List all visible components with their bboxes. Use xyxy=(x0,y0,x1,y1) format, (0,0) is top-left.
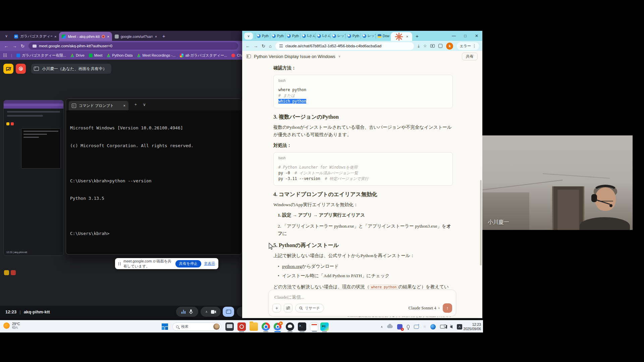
teams-notification-icon[interactable] xyxy=(397,324,402,329)
start-button[interactable] xyxy=(162,323,168,330)
tab-l-san-1[interactable]: Lさん xyxy=(300,33,315,39)
send-button[interactable]: ↑ xyxy=(443,303,452,313)
mic-control[interactable] xyxy=(176,307,198,317)
overlay-close-icon[interactable]: × xyxy=(423,324,426,329)
python-org-link[interactable]: python.org xyxy=(282,264,302,269)
research-button[interactable]: リサーチ xyxy=(295,304,324,312)
new-terminal-tab-icon[interactable]: + xyxy=(135,102,137,107)
phone-link-icon[interactable] xyxy=(440,325,445,328)
terminal-dropdown-icon[interactable]: ∨ xyxy=(143,102,146,107)
error-menu-pill[interactable]: エラー ⋮ xyxy=(457,42,479,50)
recording-badge[interactable] xyxy=(16,64,26,74)
model-selector[interactable]: Claude Sonnet 4 ∨ xyxy=(409,306,440,311)
tab-python-2[interactable]: Pyth xyxy=(270,33,285,39)
reply-composer[interactable]: Claudeに返信... + リサーチ Claude Sonnet 4 ∨ ↑ xyxy=(268,290,456,316)
extensions-icon[interactable] xyxy=(438,44,442,48)
browser-sphere-icon[interactable] xyxy=(430,324,436,329)
taskbar-app-terminal[interactable] xyxy=(298,322,306,331)
shared-screen-preview[interactable]: 12:23 | akq-pihm-ktt xyxy=(3,100,64,256)
close-tab-icon[interactable]: × xyxy=(54,35,56,39)
tab-lesson-1[interactable]: レッフ xyxy=(330,33,345,39)
taskbar-app-explorer[interactable] xyxy=(250,322,258,331)
taskbar-app-chrome-profile-k[interactable]: k xyxy=(273,322,282,331)
bookmark-meet-recordings[interactable]: Meet Recordings -... xyxy=(137,53,175,57)
terminal-output[interactable]: Microsoft Windows [Version 10.0.26100.49… xyxy=(66,110,242,251)
tab-python-3[interactable]: Pyth xyxy=(285,33,300,39)
bookmark-python-data[interactable]: Python-Data xyxy=(107,53,132,57)
bookmark-calendar[interactable]: ガラパゴスタディー有限... xyxy=(16,53,66,58)
presenter-label: 小川慶一（あなた、画面を共有中） xyxy=(42,66,107,72)
profile-avatar[interactable]: k xyxy=(446,43,453,50)
tab-calendar[interactable]: 31 ガラパゴスタディー有限会社 - カレン × xyxy=(11,32,59,41)
conversation-title[interactable]: Python Version Display Issue on Windows xyxy=(254,54,335,59)
volume-icon[interactable] xyxy=(450,325,452,328)
bookmark-drive[interactable]: Drive xyxy=(70,53,85,57)
bookmark-meet[interactable]: Meet xyxy=(89,53,102,57)
taskbar-clock[interactable]: 12:23 2025/09/06 xyxy=(463,322,481,331)
chevron-down-icon: ∨ xyxy=(338,55,341,58)
code-block-2[interactable]: bash # Python Launcher for Windowsを使用 py… xyxy=(273,152,453,186)
close-tab-icon[interactable]: × xyxy=(107,35,109,39)
tab-python-1[interactable]: Pyth xyxy=(255,33,270,39)
ime-icon[interactable]: A xyxy=(457,324,462,329)
hide-banner-link[interactable]: 非表示 xyxy=(204,261,215,266)
tab-search-chevron-icon[interactable]: ∨ xyxy=(3,32,10,40)
code-block-1[interactable]: bash where python # または which python xyxy=(273,75,453,108)
kebab-menu-icon[interactable]: ⋮ xyxy=(473,44,476,48)
left-address-bar[interactable]: meet.google.com/akq-pihm-ktt?authuser=0 xyxy=(29,42,238,50)
scrollbar-thumb[interactable] xyxy=(480,180,482,265)
hidden-icons-chevron[interactable]: ∧ xyxy=(381,325,383,328)
taskbar-app-notepad[interactable] xyxy=(310,322,318,331)
tab-claude-active[interactable]: × xyxy=(391,32,412,41)
close-tab-icon[interactable]: × xyxy=(155,35,157,39)
captions-off-badge[interactable] xyxy=(3,64,13,74)
forward-icon[interactable]: → xyxy=(254,44,258,49)
close-tab-icon[interactable]: × xyxy=(406,35,408,39)
taskbar-search[interactable]: 検索 xyxy=(172,322,221,331)
bookmark-slack[interactable]: all-ガラパゴスタディー... xyxy=(180,53,227,58)
install-app-icon[interactable]: ⤓ xyxy=(418,44,419,48)
tab-search-chevron-icon[interactable]: ∨ xyxy=(244,33,253,40)
close-window-icon[interactable]: ✕ xyxy=(471,34,482,38)
tools-sliders-button[interactable] xyxy=(284,304,292,312)
sidebar-toggle-icon[interactable] xyxy=(246,54,251,58)
taskbar-app-chrome[interactable] xyxy=(262,322,270,331)
tab-camera-icon[interactable] xyxy=(430,44,435,48)
taskbar-app-pycharm[interactable] xyxy=(320,322,329,331)
claude-reply-input[interactable]: Claudeに返信... xyxy=(269,290,456,300)
reload-icon[interactable]: ↻ xyxy=(21,44,24,49)
weather-widget[interactable]: 29°C晴れ xyxy=(3,322,20,329)
taskbar-app-github[interactable] xyxy=(286,322,294,331)
command-prompt-window[interactable]: C: コマンド プロンプト × + ∨ Microsoft Windows [V… xyxy=(66,99,242,255)
present-screen-button[interactable] xyxy=(223,307,234,317)
right-address-bar[interactable]: claude.ai/chat/67b8f1a2-1d52-4f56-bbda-c… xyxy=(275,42,414,50)
snip-icon[interactable] xyxy=(414,325,419,329)
back-icon[interactable]: ← xyxy=(246,44,250,49)
camera-control[interactable]: ∧ xyxy=(201,307,221,317)
tab-python-4[interactable]: Pyth xyxy=(345,33,361,39)
onedrive-cloud-icon[interactable] xyxy=(387,325,393,328)
close-tab-icon[interactable]: × xyxy=(123,104,125,108)
back-icon[interactable]: ← xyxy=(4,44,8,49)
apps-grid-icon[interactable] xyxy=(3,54,7,57)
share-button[interactable]: 共有 xyxy=(462,53,478,60)
taskbar-app-device[interactable] xyxy=(225,322,234,331)
tab-meet-active[interactable]: Meet - akq-pihm-ktt × xyxy=(59,32,112,41)
tab-lesson-2[interactable]: レッフ xyxy=(361,33,376,39)
new-tab-button[interactable]: + xyxy=(162,33,165,39)
tab-google-redirect[interactable]: google.com/url?sa=j&url=https × xyxy=(112,32,160,41)
new-tab-button[interactable]: + xyxy=(416,33,419,39)
terminal-tab[interactable]: C: コマンド プロンプト × xyxy=(69,101,128,110)
mic-in-use-icon[interactable] xyxy=(407,325,410,328)
taskbar-app-recorder[interactable] xyxy=(237,322,246,331)
attach-plus-button[interactable]: + xyxy=(272,304,281,312)
stop-share-button[interactable]: 共有を停止 xyxy=(175,260,201,267)
maximize-icon[interactable]: □ xyxy=(460,34,471,38)
bookmark-star-icon[interactable]: ☆ xyxy=(423,44,427,48)
minimize-icon[interactable]: — xyxy=(448,34,460,38)
tab-l-san-2[interactable]: Lさん xyxy=(315,33,330,39)
forward-icon[interactable]: → xyxy=(12,44,17,49)
reload-icon[interactable]: ↻ xyxy=(262,44,265,49)
tab-downloads[interactable]: Dow xyxy=(376,33,391,39)
home-icon[interactable]: ⌂ xyxy=(269,44,272,49)
